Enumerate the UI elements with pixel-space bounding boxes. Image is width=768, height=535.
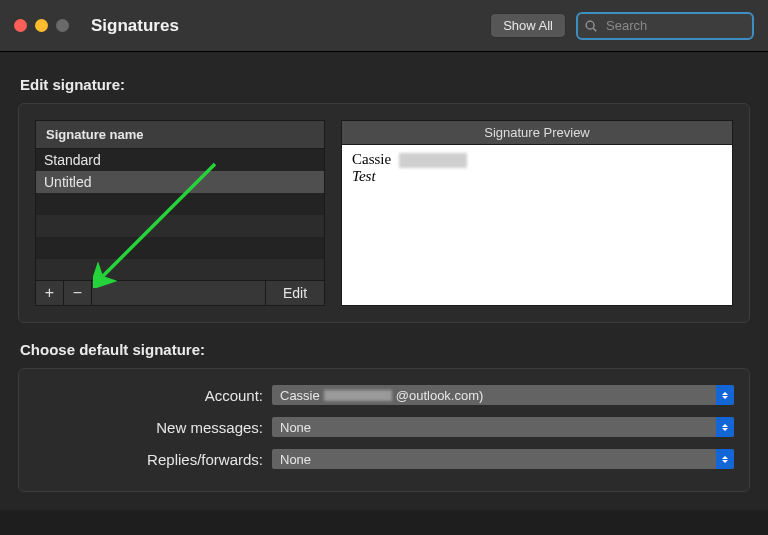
redacted-text — [399, 153, 467, 168]
zoom-window-button[interactable] — [56, 19, 69, 32]
edit-signature-panel: Signature name Standard Untitled + − Edi… — [18, 103, 750, 323]
preview-line-1: Cassie — [352, 151, 722, 168]
signature-row[interactable]: Standard — [36, 149, 324, 171]
new-messages-label: New messages: — [33, 419, 271, 436]
content-area: Edit signature: Signature name Standard … — [0, 52, 768, 510]
replies-forwards-label: Replies/forwards: — [33, 451, 271, 468]
signature-row-empty — [36, 237, 324, 259]
minimize-window-button[interactable] — [35, 19, 48, 32]
titlebar: Signatures Show All — [0, 0, 768, 52]
new-messages-value: None — [280, 420, 311, 435]
search-input[interactable] — [576, 12, 754, 40]
signature-list[interactable]: Standard Untitled — [35, 148, 325, 280]
add-signature-button[interactable]: + — [36, 281, 64, 305]
new-messages-select[interactable]: None — [271, 416, 735, 438]
redacted-text — [324, 390, 392, 401]
choose-default-heading: Choose default signature: — [20, 341, 750, 358]
show-all-button[interactable]: Show All — [490, 13, 566, 38]
account-label: Account: — [33, 387, 271, 404]
footer-spacer — [92, 281, 266, 305]
replies-forwards-value: None — [280, 452, 311, 467]
account-row: Account: Cassie @outlook.com) — [33, 379, 735, 411]
close-window-button[interactable] — [14, 19, 27, 32]
replies-forwards-select[interactable]: None — [271, 448, 735, 470]
signature-row[interactable]: Untitled — [36, 171, 324, 193]
account-select[interactable]: Cassie @outlook.com) — [271, 384, 735, 406]
dropdown-caret-icon — [716, 385, 734, 405]
signature-name: Untitled — [44, 174, 91, 190]
signature-list-header: Signature name — [35, 120, 325, 148]
signature-preview-header: Signature Preview — [341, 120, 733, 144]
preview-line-2: Test — [352, 168, 722, 185]
dropdown-caret-icon — [716, 449, 734, 469]
preview-name-prefix: Cassie — [352, 151, 391, 167]
dropdown-caret-icon — [716, 417, 734, 437]
default-signature-panel: Account: Cassie @outlook.com) New messag… — [18, 368, 750, 492]
signature-row-empty — [36, 215, 324, 237]
window-title: Signatures — [91, 16, 179, 36]
signature-preview-column: Signature Preview Cassie Test — [341, 120, 733, 306]
signature-name: Standard — [44, 152, 101, 168]
new-messages-row: New messages: None — [33, 411, 735, 443]
signature-list-footer: + − Edit — [35, 280, 325, 306]
edit-signature-button[interactable]: Edit — [266, 281, 324, 305]
remove-signature-button[interactable]: − — [64, 281, 92, 305]
account-value-prefix: Cassie — [280, 388, 320, 403]
account-value-suffix: @outlook.com) — [396, 388, 484, 403]
signature-row-empty — [36, 193, 324, 215]
signature-list-column: Signature name Standard Untitled + − Edi… — [35, 120, 325, 306]
search-field-wrap — [576, 12, 754, 40]
window-controls — [14, 19, 69, 32]
signature-row-empty — [36, 259, 324, 280]
signature-preview-body: Cassie Test — [341, 144, 733, 306]
replies-forwards-row: Replies/forwards: None — [33, 443, 735, 475]
edit-signature-heading: Edit signature: — [20, 76, 750, 93]
